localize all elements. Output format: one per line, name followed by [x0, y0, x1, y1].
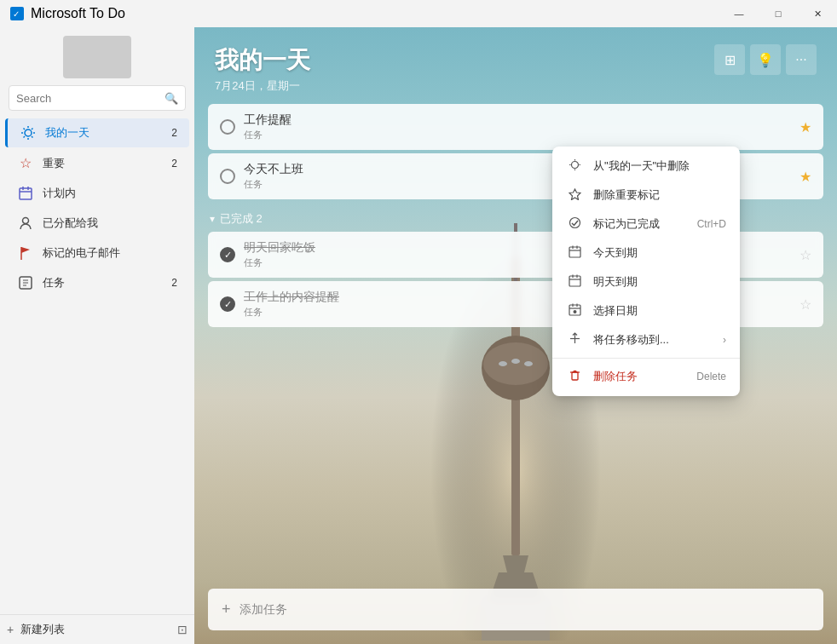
svg-rect-11 — [20, 188, 32, 199]
svg-point-15 — [23, 218, 29, 224]
svg-marker-37 — [569, 189, 580, 200]
flagged-icon — [17, 245, 34, 261]
sidebar-item-badge-tasks: 2 — [164, 277, 177, 289]
titlebar-controls: — □ ✕ — [719, 0, 837, 27]
search-icon: 🔍 — [165, 92, 178, 105]
svg-point-51 — [573, 310, 576, 313]
sidebar-item-important[interactable]: ☆重要2 — [5, 148, 189, 178]
tasks-icon — [17, 275, 34, 290]
sidebar-item-label-important: 重要 — [43, 156, 164, 171]
submenu-arrow-icon: › — [723, 334, 726, 346]
sidebar-item-planned[interactable]: 计划内 — [5, 179, 189, 208]
menu-item-remove-my-day[interactable]: 从"我的一天"中删除 — [552, 152, 740, 181]
due-tomorrow-icon — [566, 274, 583, 290]
menu-item-due-today[interactable]: 今天到期 — [552, 239, 740, 267]
sidebar-item-tasks[interactable]: 任务2 — [5, 268, 189, 297]
sidebar-item-flagged[interactable]: 标记的电子邮件 — [5, 239, 189, 267]
menu-item-delete-task[interactable]: 删除任务 Delete — [552, 362, 740, 391]
sidebar-item-label-my-day: 我的一天 — [45, 125, 164, 141]
svg-line-8 — [32, 136, 33, 138]
menu-item-mark-done[interactable]: 标记为已完成 Ctrl+D — [552, 210, 740, 239]
svg-line-9 — [32, 129, 33, 130]
context-menu: 从"我的一天"中删除 删除重要标记 标记为已完成 Ctrl+D 今天到期 明天到… — [552, 147, 740, 396]
titlebar-left: ✓ Microsoft To Do — [10, 6, 125, 21]
minimize-button[interactable]: — — [719, 0, 759, 27]
svg-line-10 — [24, 136, 26, 138]
move-task-icon — [566, 332, 583, 348]
important-icon: ☆ — [17, 155, 34, 171]
menu-label-remove-my-day: 从"我的一天"中删除 — [593, 158, 726, 174]
sidebar: 🔍 我的一天2☆重要2计划内已分配给我标记的电子邮件任务2 + 新建列表 ⊡ — [0, 27, 194, 644]
plus-icon: + — [7, 623, 14, 636]
menu-shortcut: Delete — [696, 371, 726, 382]
menu-divider — [552, 358, 740, 359]
planned-icon — [17, 186, 34, 201]
sidebar-item-badge-my-day: 2 — [164, 127, 177, 139]
nav-list: 我的一天2☆重要2计划内已分配给我标记的电子邮件任务2 — [0, 118, 194, 298]
remove-important-icon — [566, 187, 583, 203]
avatar — [63, 36, 131, 78]
menu-label-due-today: 今天到期 — [593, 245, 726, 261]
menu-item-move-task[interactable]: 将任务移动到... › — [552, 325, 740, 354]
main-content: 我的一天 7月24日，星期一 ⊞ 💡 ··· 工作提醒 任务 ★ 今天不上班 任… — [194, 27, 837, 644]
maximize-button[interactable]: □ — [759, 0, 798, 27]
svg-line-7 — [24, 129, 26, 130]
titlebar: ✓ Microsoft To Do — □ ✕ — [0, 0, 837, 27]
new-list-label: 新建列表 — [20, 622, 177, 637]
assigned-icon — [17, 216, 34, 231]
new-list-icon2: ⊡ — [177, 623, 188, 636]
sidebar-item-my-day[interactable]: 我的一天2 — [5, 118, 189, 147]
due-today-icon — [566, 245, 583, 261]
mark-done-icon — [566, 216, 583, 232]
svg-rect-39 — [569, 247, 580, 257]
context-menu-overlay[interactable] — [194, 27, 837, 644]
menu-shortcut: Ctrl+D — [697, 218, 726, 230]
menu-label-due-tomorrow: 明天到期 — [593, 274, 726, 290]
pick-date-icon — [566, 303, 583, 319]
svg-rect-43 — [569, 276, 580, 286]
sidebar-item-assigned[interactable]: 已分配给我 — [5, 209, 189, 238]
menu-label-delete-task: 删除任务 — [593, 369, 686, 384]
svg-point-2 — [25, 129, 32, 136]
search-box[interactable]: 🔍 — [9, 85, 186, 111]
app-logo: ✓ — [10, 7, 24, 20]
menu-item-due-tomorrow[interactable]: 明天到期 — [552, 267, 740, 296]
menu-item-remove-important[interactable]: 删除重要标记 — [552, 181, 740, 210]
app-layout: 🔍 我的一天2☆重要2计划内已分配给我标记的电子邮件任务2 + 新建列表 ⊡ — [0, 27, 837, 644]
svg-point-32 — [571, 162, 578, 169]
menu-item-pick-date[interactable]: 选择日期 — [552, 296, 740, 325]
sidebar-item-badge-important: 2 — [164, 158, 177, 170]
delete-task-icon — [566, 369, 583, 384]
svg-text:✓: ✓ — [13, 9, 20, 19]
search-input[interactable] — [16, 92, 165, 105]
menu-label-mark-done: 标记为已完成 — [593, 216, 687, 232]
sidebar-item-label-tasks: 任务 — [43, 275, 164, 290]
menu-label-remove-important: 删除重要标记 — [593, 187, 726, 203]
sidebar-item-label-planned: 计划内 — [43, 186, 164, 201]
menu-label-move-task: 将任务移动到... — [593, 332, 713, 348]
sidebar-item-label-assigned: 已分配给我 — [43, 216, 164, 231]
close-button[interactable]: ✕ — [798, 0, 837, 27]
new-list-button[interactable]: + 新建列表 ⊡ — [0, 614, 194, 644]
remove-my-day-icon — [566, 158, 583, 174]
my-day-icon — [20, 125, 37, 141]
app-title: Microsoft To Do — [31, 6, 125, 21]
svg-point-38 — [569, 218, 580, 228]
svg-rect-54 — [572, 372, 578, 380]
sidebar-item-label-flagged: 标记的电子邮件 — [43, 245, 164, 261]
menu-label-pick-date: 选择日期 — [593, 303, 726, 319]
